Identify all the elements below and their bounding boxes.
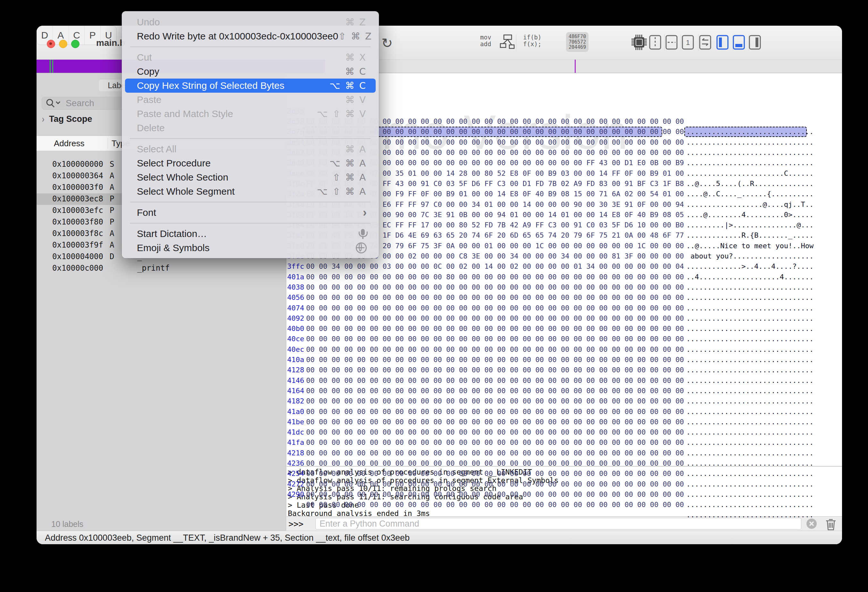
hex-row-bytes[interactable]: 00 00 00 00 00 00 00 00 00 00 00 00 00 0… xyxy=(306,479,684,489)
hex-row-ascii[interactable]: .............R.{B......._..... xyxy=(686,230,813,241)
refresh-icon[interactable]: ↻ xyxy=(381,35,393,51)
hex-row-bytes[interactable]: 00 00 00 00 00 00 00 00 00 00 00 00 00 0… xyxy=(306,469,684,479)
hex-row-ascii[interactable]: ..4...................4....... xyxy=(686,272,813,282)
hex-row-ascii[interactable]: .............................. xyxy=(686,345,813,355)
hex-row-ascii[interactable]: .............................. xyxy=(686,365,813,375)
menu-item[interactable]: Emoji & Symbols xyxy=(125,241,376,255)
hex-row-ascii[interactable]: .............................. xyxy=(686,458,813,469)
hex-row-bytes[interactable]: 00 00 00 00 00 00 00 00 00 00 00 00 00 0… xyxy=(306,313,684,324)
hex-row-ascii[interactable]: ..@.....Nice to meet you!..How xyxy=(686,241,813,251)
label-row[interactable]: 0x10000c000 _printf xyxy=(37,263,286,274)
hex-row-ascii[interactable]: .............................. xyxy=(686,148,813,158)
hex-row-bytes[interactable]: 00 00 00 00 00 00 00 00 00 00 00 00 00 0… xyxy=(306,293,684,303)
hex-row-ascii[interactable]: .............................. xyxy=(686,469,813,479)
hex-row-ascii[interactable]: .......................C...... xyxy=(686,168,813,179)
hex-row-ascii[interactable]: .............................. xyxy=(686,313,813,324)
menu-item[interactable]: Undo ⌘ Z xyxy=(125,15,376,29)
hex-row-ascii[interactable]: .............................. xyxy=(686,448,813,458)
hex-row-bytes[interactable]: 00 00 34 00 00 00 03 00 00 00 0C 00 02 0… xyxy=(306,261,684,272)
hex-row-bytes[interactable]: 00 00 00 00 00 00 00 00 00 00 00 00 00 0… xyxy=(306,407,684,417)
trash-icon[interactable] xyxy=(824,517,837,531)
menu-item[interactable]: Paste ⌘ V xyxy=(125,93,376,107)
hex-row-bytes[interactable]: 00 00 00 00 00 00 00 00 00 00 00 00 00 0… xyxy=(306,324,684,334)
hex-row-ascii[interactable]: .............................. xyxy=(686,396,813,406)
hex-row-ascii[interactable]: .............................. xyxy=(686,324,813,334)
hex-row-bytes[interactable]: 00 00 00 00 00 00 00 00 00 00 00 00 00 0… xyxy=(306,345,684,355)
hex-row-bytes[interactable]: 00 00 00 00 00 00 00 00 00 00 00 00 00 0… xyxy=(306,334,684,344)
hex-row-ascii[interactable]: ..................@....qj..T.. xyxy=(686,200,813,210)
hex-row-ascii[interactable]: .............................. xyxy=(686,437,813,448)
hex-row-ascii[interactable]: .............................. xyxy=(686,500,813,510)
hex-row-ascii[interactable]: .............................. xyxy=(686,282,813,293)
hex-row-bytes[interactable]: 00 00 00 00 00 00 00 00 00 00 00 80 00 0… xyxy=(306,272,684,282)
menu-item[interactable]: Select Whole Section ⇧ ⌘ A xyxy=(125,170,376,184)
split-horizontal-icon[interactable] xyxy=(665,35,678,50)
hex-row-ascii[interactable]: .............................. xyxy=(686,293,813,303)
hex-row-bytes[interactable]: 00 00 00 00 00 00 00 00 00 00 00 00 00 0… xyxy=(306,303,684,313)
menu-item[interactable] xyxy=(130,220,371,227)
menu-item[interactable]: Select Procedure ⌥ ⌘ A xyxy=(125,156,376,170)
menu-item[interactable] xyxy=(130,198,371,206)
hex-row-bytes[interactable]: 00 00 00 00 00 00 00 00 00 00 00 00 00 0… xyxy=(306,417,684,427)
menu-item[interactable]: Font xyxy=(125,206,376,220)
cfg-mode-icon[interactable] xyxy=(499,34,516,52)
hex-row-ascii[interactable]: .............................. xyxy=(686,303,813,313)
hex-row-bytes[interactable]: 00 00 00 00 00 00 00 00 00 00 00 00 00 0… xyxy=(306,500,684,510)
hex-row-ascii[interactable]: .............................. xyxy=(686,158,813,168)
hex-row-bytes[interactable]: 00 00 00 00 00 00 00 00 00 00 00 00 00 0… xyxy=(306,376,684,386)
menu-item[interactable]: Select Whole Segment ⌥ ⇧ ⌘ A xyxy=(125,184,376,198)
hex-row-ascii[interactable]: .............................. xyxy=(686,355,813,365)
hex-row-bytes[interactable]: 00 00 00 00 00 00 00 00 00 00 00 00 00 0… xyxy=(306,448,684,458)
hex-row-bytes[interactable]: 00 00 00 00 00 00 00 00 00 00 00 00 00 0… xyxy=(306,365,684,375)
pseudocode-mode-icon[interactable]: if(b)f(x); xyxy=(523,34,541,47)
column-separator[interactable] xyxy=(108,138,108,149)
tag-scope-disclosure[interactable]: ›Tag Scope xyxy=(42,114,92,124)
swap-panes-icon[interactable] xyxy=(699,35,712,50)
menu-item[interactable]: Delete xyxy=(125,121,376,135)
split-vertical-icon[interactable] xyxy=(649,35,661,50)
hex-row-bytes[interactable]: 00 00 00 00 00 00 00 00 00 00 00 00 00 0… xyxy=(306,489,684,500)
assembly-mode-icon[interactable]: movadd xyxy=(480,34,491,47)
menu-item[interactable]: Paste and Match Style ⌥ ⇧ ⌘ V xyxy=(125,107,376,121)
minimize-button[interactable] xyxy=(59,40,67,48)
hex-row-ascii[interactable]: .........|>...............@... xyxy=(686,220,813,230)
hex-row-ascii[interactable]: .............................. xyxy=(686,479,813,489)
hex-row-ascii[interactable]: .............................. xyxy=(686,334,813,344)
hex-row-bytes[interactable]: 00 00 00 00 00 00 00 00 00 00 00 00 00 0… xyxy=(306,355,684,365)
zoom-button[interactable] xyxy=(71,40,80,48)
hex-row-bytes[interactable]: 00 00 00 00 00 00 00 00 00 00 00 00 00 0… xyxy=(306,282,684,293)
hex-row-ascii[interactable]: .............................. xyxy=(686,127,813,137)
hex-row-ascii[interactable]: .............................. xyxy=(686,489,813,500)
menu-item[interactable]: Cut ⌘ X xyxy=(125,50,376,64)
menu-item[interactable]: Copy ⌘ C xyxy=(125,64,376,78)
hex-row-ascii[interactable]: .............................. xyxy=(686,427,813,437)
hex-row-ascii[interactable]: .............................. xyxy=(686,386,813,396)
hex-row-ascii[interactable]: ....@..C...._......{.......... xyxy=(686,189,813,199)
hex-row-ascii[interactable]: .............................. xyxy=(686,137,813,148)
hex-mode-icon[interactable]: 486F70706572204469 xyxy=(566,32,589,52)
left-panel-toggle-icon[interactable] xyxy=(716,35,729,50)
hex-row-bytes[interactable]: 00 00 00 00 00 00 00 00 00 00 00 00 00 0… xyxy=(306,386,684,396)
hex-row-bytes[interactable]: 00 00 00 00 00 00 00 00 00 00 00 00 00 0… xyxy=(306,396,684,406)
hex-row-ascii[interactable]: ..@....5....(..R.............. xyxy=(686,179,813,189)
hex-row-ascii[interactable]: .............................. xyxy=(686,407,813,417)
menu-item[interactable]: Copy Hex String of Selected Bytes ⌥ ⌘ C xyxy=(125,78,376,93)
hex-row-bytes[interactable]: 00 00 00 00 00 00 00 00 00 00 00 00 00 0… xyxy=(306,458,684,469)
menu-item[interactable]: Start Dictation… xyxy=(125,227,376,241)
hex-row-ascii[interactable]: .............................. xyxy=(686,510,813,520)
menu-item[interactable]: Redo Write byte at 0x100003edc-0x100003e… xyxy=(125,29,376,43)
close-button[interactable] xyxy=(47,40,55,48)
menu-item[interactable]: Select All ⌘ A xyxy=(125,142,376,156)
menu-item[interactable] xyxy=(130,135,371,142)
hex-row-ascii[interactable]: .............>..4...4....?.... xyxy=(686,261,813,272)
hex-row-bytes[interactable]: 00 00 00 00 00 00 00 00 00 00 00 00 00 0… xyxy=(306,437,684,448)
bottom-panel-toggle-icon[interactable] xyxy=(732,35,745,50)
hex-row-ascii[interactable]: .............................. xyxy=(686,376,813,386)
single-pane-icon[interactable]: 1 xyxy=(682,35,694,50)
hex-row-ascii[interactable]: about you?................... xyxy=(686,251,813,261)
menu-item[interactable] xyxy=(130,43,371,50)
cpu-chip-icon[interactable] xyxy=(631,34,648,52)
column-header-address[interactable]: Address xyxy=(54,139,84,148)
right-panel-toggle-icon[interactable] xyxy=(748,35,761,50)
hex-row-ascii[interactable]: .............................. xyxy=(686,417,813,427)
